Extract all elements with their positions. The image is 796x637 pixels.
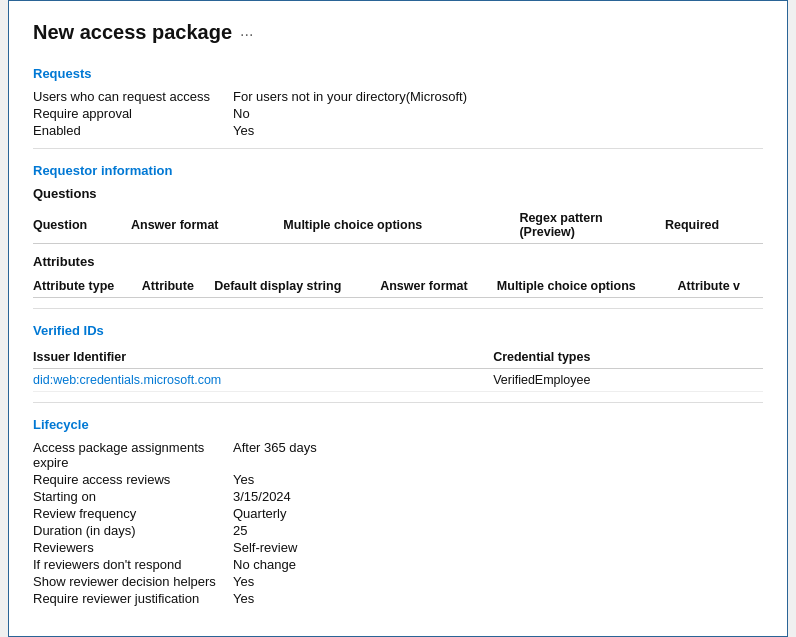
questions-col-regex: Regex pattern(Preview) [519, 207, 665, 244]
review-frequency-value: Quarterly [233, 506, 763, 521]
decision-helpers-value: Yes [233, 574, 763, 589]
more-options-icon[interactable]: ··· [240, 26, 253, 44]
attr-col-attribute-v: Attribute v [678, 275, 763, 298]
requestor-info-title: Requestor information [33, 163, 763, 178]
starting-on-value: 3/15/2024 [233, 489, 763, 504]
page-title: New access package [33, 21, 232, 44]
no-respond-label: If reviewers don't respond [33, 557, 233, 572]
duration-value: 25 [233, 523, 763, 538]
lifecycle-title: Lifecycle [33, 417, 763, 432]
duration-label: Duration (in days) [33, 523, 233, 538]
attr-col-display-string: Default display string [214, 275, 380, 298]
verified-ids-row: did:web:credentials.microsoft.com Verifi… [33, 369, 763, 392]
section-divider-2 [33, 308, 763, 309]
justification-label: Require reviewer justification [33, 591, 233, 606]
reviewers-value: Self-review [233, 540, 763, 555]
enabled-value: Yes [233, 123, 763, 138]
enabled-label: Enabled [33, 123, 233, 138]
attr-col-type: Attribute type [33, 275, 142, 298]
require-approval-value: No [233, 106, 763, 121]
issuer-link[interactable]: did:web:credentials.microsoft.com [33, 373, 221, 387]
verified-ids-table: Issuer Identifier Credential types did:w… [33, 346, 763, 392]
verified-ids-col-issuer: Issuer Identifier [33, 346, 453, 369]
attr-col-answer-format: Answer format [380, 275, 497, 298]
require-approval-label: Require approval [33, 106, 233, 121]
verified-ids-section: Verified IDs Issuer Identifier Credentia… [33, 323, 763, 392]
decision-helpers-label: Show reviewer decision helpers [33, 574, 233, 589]
lifecycle-info-grid: Access package assignments expire After … [33, 440, 763, 606]
access-reviews-value: Yes [233, 472, 763, 487]
questions-col-question: Question [33, 207, 131, 244]
section-divider-3 [33, 402, 763, 403]
questions-col-required: Required [665, 207, 763, 244]
review-frequency-label: Review frequency [33, 506, 233, 521]
users-request-label: Users who can request access [33, 89, 233, 104]
issuer-value: did:web:credentials.microsoft.com [33, 369, 453, 392]
users-request-value: For users not in your directory(Microsof… [233, 89, 763, 104]
questions-table: Question Answer format Multiple choice o… [33, 207, 763, 244]
verified-ids-title: Verified IDs [33, 323, 763, 338]
attributes-table: Attribute type Attribute Default display… [33, 275, 763, 298]
requests-section: Requests Users who can request access Fo… [33, 66, 763, 138]
requestor-information-section: Requestor information Questions Question… [33, 163, 763, 298]
main-window: New access package ··· Requests Users wh… [8, 0, 788, 637]
credential-value: VerifiedEmployee [453, 369, 763, 392]
questions-col-multiple-choice: Multiple choice options [283, 207, 519, 244]
justification-value: Yes [233, 591, 763, 606]
lifecycle-section: Lifecycle Access package assignments exp… [33, 417, 763, 606]
attr-col-multiple-choice: Multiple choice options [497, 275, 678, 298]
questions-subtitle: Questions [33, 186, 763, 201]
no-respond-value: No change [233, 557, 763, 572]
requests-section-title: Requests [33, 66, 763, 81]
questions-col-answer-format: Answer format [131, 207, 283, 244]
starting-on-label: Starting on [33, 489, 233, 504]
reviewers-label: Reviewers [33, 540, 233, 555]
requests-info-grid: Users who can request access For users n… [33, 89, 763, 138]
access-reviews-label: Require access reviews [33, 472, 233, 487]
assignments-expire-label: Access package assignments expire [33, 440, 233, 470]
assignments-expire-value: After 365 days [233, 440, 763, 470]
attributes-subtitle: Attributes [33, 254, 763, 269]
section-divider-1 [33, 148, 763, 149]
attr-col-attribute: Attribute [142, 275, 214, 298]
verified-ids-col-credential: Credential types [453, 346, 763, 369]
